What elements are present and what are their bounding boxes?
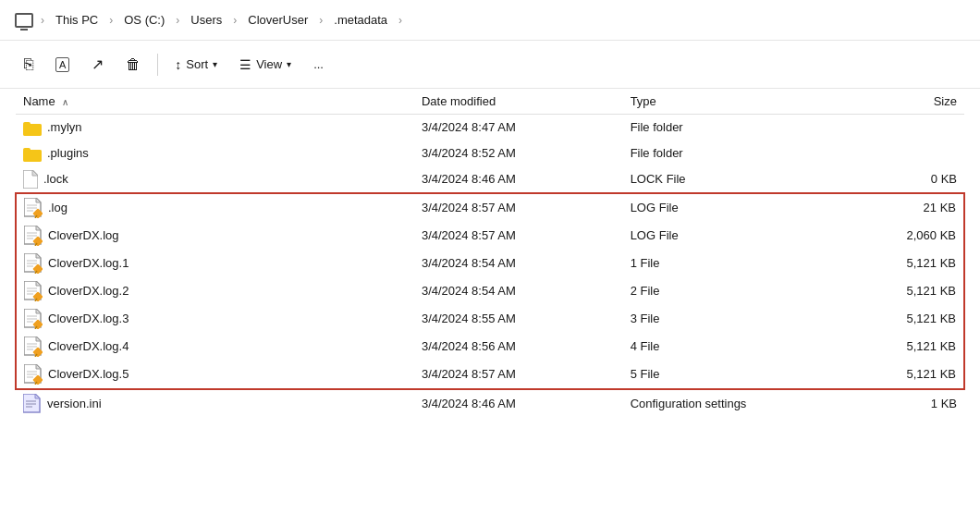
table-row[interactable]: CloverDX.log.2 3/4/2024 8:54 AM 2 File 5… xyxy=(16,277,964,305)
table-row[interactable]: .log 3/4/2024 8:57 AM LOG File 21 KB xyxy=(16,193,964,222)
sort-asc-icon: ∧ xyxy=(62,97,68,107)
delete-button[interactable]: 🗑 xyxy=(116,51,150,79)
cell-type: 1 File xyxy=(623,250,832,277)
cell-date: 3/4/2024 8:54 AM xyxy=(414,250,623,277)
monitor-icon xyxy=(15,13,33,28)
cell-date: 3/4/2024 8:57 AM xyxy=(414,361,623,389)
file-name: CloverDX.log.5 xyxy=(48,367,129,381)
log-icon xyxy=(24,226,43,246)
cell-type: 2 File xyxy=(623,277,832,305)
cell-date: 3/4/2024 8:55 AM xyxy=(414,305,623,333)
breadcrumb-sep-0: › xyxy=(39,14,46,27)
log-icon xyxy=(24,336,43,357)
cell-name: .plugins xyxy=(16,141,414,166)
log-icon xyxy=(24,309,43,329)
file-table: Name ∧ Date modified Type Size xyxy=(15,89,965,418)
table-row[interactable]: .plugins 3/4/2024 8:52 AM File folder xyxy=(16,141,964,166)
svg-marker-51 xyxy=(36,364,41,369)
table-row[interactable]: version.ini 3/4/2024 8:46 AM Configurati… xyxy=(16,389,964,418)
cell-date: 3/4/2024 8:46 AM xyxy=(414,166,623,193)
file-name: .plugins xyxy=(47,146,89,160)
cell-type: LOG File xyxy=(623,222,832,250)
share-button[interactable]: ↗ xyxy=(82,50,113,79)
cell-name: CloverDX.log.2 xyxy=(16,277,414,305)
cell-date: 3/4/2024 8:56 AM xyxy=(414,333,623,361)
cell-size: 5,121 KB xyxy=(831,333,964,361)
folder-icon xyxy=(23,145,42,162)
rename-icon: A xyxy=(55,57,69,72)
toolbar-separator-1 xyxy=(157,54,158,76)
file-name: CloverDX.log.2 xyxy=(48,284,129,298)
breadcrumb-cloveruser[interactable]: CloverUser xyxy=(244,11,312,29)
toolbar: ⎘ A ↗ 🗑 ↕ Sort ▾ ☰ View ▾ ... xyxy=(0,41,980,89)
file-name: version.ini xyxy=(47,397,102,410)
header-date-modified[interactable]: Date modified xyxy=(414,89,623,115)
file-list-body: .mylyn 3/4/2024 8:47 AM File folder .plu… xyxy=(16,115,964,418)
header-name[interactable]: Name ∧ xyxy=(16,89,414,115)
log-icon xyxy=(24,364,43,385)
header-size[interactable]: Size xyxy=(831,89,964,115)
cell-date: 3/4/2024 8:54 AM xyxy=(414,277,623,305)
view-button[interactable]: ☰ View ▾ xyxy=(230,52,300,78)
table-row[interactable]: CloverDX.log.1 3/4/2024 8:54 AM 1 File 5… xyxy=(16,250,964,277)
cell-name: CloverDX.log.1 xyxy=(16,250,414,277)
cell-type: 4 File xyxy=(623,333,832,361)
breadcrumb-osc[interactable]: OS (C:) xyxy=(120,11,168,29)
more-button[interactable]: ... xyxy=(304,52,333,77)
table-row[interactable]: CloverDX.log.3 3/4/2024 8:55 AM 3 File 5… xyxy=(16,305,964,333)
table-row[interactable]: CloverDX.log 3/4/2024 8:57 AM LOG File 2… xyxy=(16,222,964,250)
view-label: View xyxy=(256,57,282,71)
svg-rect-2 xyxy=(23,124,42,136)
cell-type: File folder xyxy=(623,141,832,166)
cell-name: .mylyn xyxy=(16,115,414,141)
cell-name: CloverDX.log xyxy=(16,222,414,250)
view-chevron-icon: ▾ xyxy=(287,59,291,69)
copy-button[interactable]: ⎘ xyxy=(15,50,43,80)
cell-size: 21 KB xyxy=(831,193,964,222)
breadcrumb-sep-3: › xyxy=(231,14,239,27)
sort-label: Sort xyxy=(186,57,208,71)
table-row[interactable]: .lock 3/4/2024 8:46 AM LOCK File 0 KB xyxy=(16,166,964,193)
log-icon xyxy=(24,281,43,301)
breadcrumb-metadata[interactable]: .metadata xyxy=(330,11,391,29)
rename-button[interactable]: A xyxy=(46,52,79,78)
file-list-container: Name ∧ Date modified Type Size xyxy=(0,89,980,526)
cell-date: 3/4/2024 8:57 AM xyxy=(414,193,623,222)
svg-marker-23 xyxy=(36,253,41,258)
more-label: ... xyxy=(313,57,324,71)
file-name: CloverDX.log.3 xyxy=(48,312,129,325)
table-row[interactable]: .mylyn 3/4/2024 8:47 AM File folder xyxy=(16,115,964,141)
breadcrumb-sep-4: › xyxy=(317,14,325,27)
breadcrumb-sep-5: › xyxy=(397,14,404,27)
breadcrumb-sep-2: › xyxy=(174,14,181,27)
cell-name: CloverDX.log.4 xyxy=(16,333,414,361)
svg-marker-7 xyxy=(32,170,38,176)
table-row[interactable]: CloverDX.log.5 3/4/2024 8:57 AM 5 File 5… xyxy=(16,361,964,389)
cell-date: 3/4/2024 8:47 AM xyxy=(414,115,623,141)
copy-icon: ⎘ xyxy=(24,55,33,74)
log-icon xyxy=(24,253,43,274)
cell-size: 5,121 KB xyxy=(831,305,964,333)
breadcrumb-users[interactable]: Users xyxy=(187,11,226,29)
file-name: CloverDX.log.4 xyxy=(48,339,129,353)
cell-size xyxy=(831,115,964,141)
header-type[interactable]: Type xyxy=(623,89,832,115)
file-name: .log xyxy=(48,201,67,214)
cell-name: CloverDX.log.5 xyxy=(16,361,414,389)
breadcrumb-thispc[interactable]: This PC xyxy=(52,11,102,29)
svg-marker-58 xyxy=(35,394,40,398)
cell-name: CloverDX.log.3 xyxy=(16,305,414,333)
cell-name: version.ini xyxy=(16,389,414,418)
share-icon: ↗ xyxy=(92,55,104,73)
table-row[interactable]: CloverDX.log.4 3/4/2024 8:56 AM 4 File 5… xyxy=(16,333,964,361)
cell-type: 5 File xyxy=(623,361,832,389)
table-header-row: Name ∧ Date modified Type Size xyxy=(16,89,964,115)
file-name: CloverDX.log.1 xyxy=(48,256,129,270)
cell-date: 3/4/2024 8:57 AM xyxy=(414,222,623,250)
cell-type: File folder xyxy=(623,115,832,141)
cell-size: 5,121 KB xyxy=(831,250,964,277)
svg-marker-37 xyxy=(36,309,41,313)
svg-marker-9 xyxy=(36,198,41,202)
svg-marker-44 xyxy=(36,336,41,341)
sort-button[interactable]: ↕ Sort ▾ xyxy=(165,52,227,78)
